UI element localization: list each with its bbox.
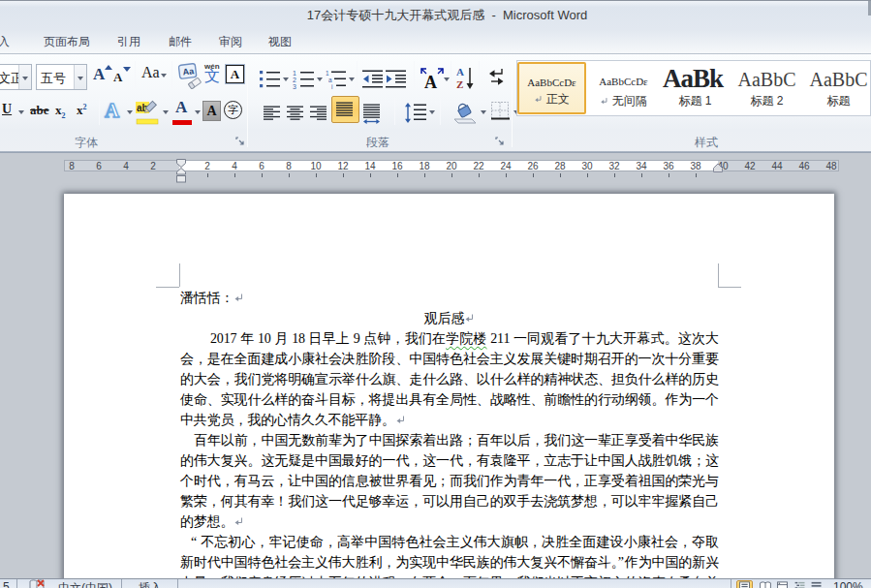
svg-text:i: i <box>331 83 332 90</box>
svg-text:A: A <box>456 66 464 77</box>
svg-text:Aa: Aa <box>182 66 196 77</box>
svg-text:3: 3 <box>293 83 296 89</box>
svg-text:2: 2 <box>293 77 296 83</box>
svg-text:Z: Z <box>456 78 463 90</box>
svg-text:a: a <box>328 77 332 83</box>
svg-text:1: 1 <box>293 70 296 77</box>
svg-text:1: 1 <box>326 70 329 77</box>
svg-text:A: A <box>424 73 437 90</box>
